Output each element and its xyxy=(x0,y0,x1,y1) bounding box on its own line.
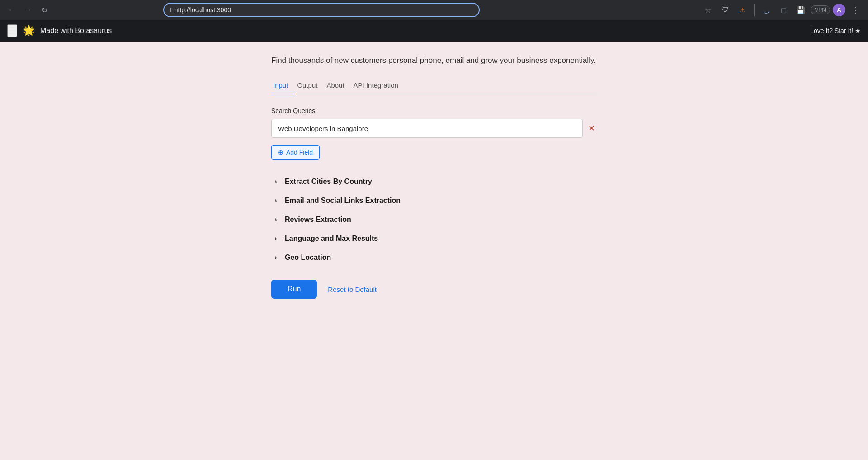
action-row: Run Reset to Default xyxy=(271,280,597,299)
chevron-email-social-icon: › xyxy=(271,197,280,205)
search-input-row: ✕ xyxy=(271,119,597,138)
accordion-title-geo-location: Geo Location xyxy=(285,253,331,262)
back-button[interactable]: ← xyxy=(5,4,18,16)
divider xyxy=(754,4,755,16)
add-field-icon: ⊕ xyxy=(278,149,283,156)
shield-button[interactable]: 🛡 xyxy=(718,3,732,17)
url-input[interactable] xyxy=(175,6,473,14)
clear-search-button[interactable]: ✕ xyxy=(586,122,597,135)
search-query-input[interactable] xyxy=(271,119,583,138)
accordion-email-social: › Email and Social Links Extraction xyxy=(271,191,597,210)
avatar-initial: A xyxy=(837,6,841,14)
run-button[interactable]: Run xyxy=(271,280,317,299)
accordion-geo-location: › Geo Location xyxy=(271,248,597,267)
vpn-label: VPN xyxy=(815,7,826,13)
app-logo: 🌟 xyxy=(23,25,35,37)
add-field-label: Add Field xyxy=(286,149,313,156)
address-bar-container: ℹ xyxy=(163,3,480,17)
chevron-geo-location-icon: › xyxy=(271,253,280,262)
accordion-language-max: › Language and Max Results xyxy=(271,229,597,248)
info-icon: ℹ xyxy=(170,7,172,14)
hamburger-menu-button[interactable]: ☰ xyxy=(7,24,17,37)
app-header-cta[interactable]: Love It? Star It! ★ xyxy=(810,27,861,34)
accordion-title-reviews: Reviews Extraction xyxy=(285,216,351,224)
accordion-header-geo-location[interactable]: › Geo Location xyxy=(271,248,597,267)
accordion-title-extract-cities: Extract Cities By Country xyxy=(285,178,372,186)
profile-avatar[interactable]: A xyxy=(833,4,845,16)
cta-text: Love It? Star It! ★ xyxy=(810,27,861,34)
add-field-button[interactable]: ⊕ Add Field xyxy=(271,145,320,160)
reset-to-default-button[interactable]: Reset to Default xyxy=(328,286,377,293)
save-button[interactable]: 💾 xyxy=(793,3,808,17)
accordion-header-reviews[interactable]: › Reviews Extraction xyxy=(271,210,597,229)
split-screen-button[interactable]: ◻ xyxy=(776,3,791,17)
chevron-extract-cities-icon: › xyxy=(271,178,280,186)
content-wrapper: Find thousands of new customers personal… xyxy=(253,56,615,299)
accordion-header-extract-cities[interactable]: › Extract Cities By Country xyxy=(271,172,597,191)
accordion-reviews: › Reviews Extraction xyxy=(271,210,597,229)
reload-button[interactable]: ↻ xyxy=(38,4,51,16)
tab-input[interactable]: Input xyxy=(271,78,295,94)
accordion-header-language-max[interactable]: › Language and Max Results xyxy=(271,229,597,248)
app-header: ☰ 🌟 Made with Botasaurus Love It? Star I… xyxy=(0,20,868,42)
warning-button[interactable]: ⚠ xyxy=(735,3,750,17)
toolbar-right-icons: ☆ 🛡 ⚠ ◡ ◻ 💾 VPN A ⋮ xyxy=(701,3,863,17)
app-title: Made with Botasaurus xyxy=(40,27,112,35)
bookmark-button[interactable]: ☆ xyxy=(701,3,715,17)
browser-toolbar: ← → ↻ ℹ ☆ 🛡 ⚠ ◡ ◻ 💾 VPN A ⋮ xyxy=(0,0,868,20)
search-queries-label: Search Queries xyxy=(271,107,597,114)
accordion-title-email-social: Email and Social Links Extraction xyxy=(285,197,401,205)
extension-puzzle-button[interactable]: ◡ xyxy=(759,3,774,17)
accordion-header-email-social[interactable]: › Email and Social Links Extraction xyxy=(271,191,597,210)
chevron-language-max-icon: › xyxy=(271,235,280,243)
accordion-title-language-max: Language and Max Results xyxy=(285,235,378,243)
app-header-left: ☰ 🌟 Made with Botasaurus xyxy=(7,24,112,37)
address-bar[interactable]: ℹ xyxy=(163,3,480,17)
chevron-reviews-icon: › xyxy=(271,216,280,224)
main-content: Find thousands of new customers personal… xyxy=(0,42,868,460)
tagline: Find thousands of new customers personal… xyxy=(271,56,597,65)
vpn-button[interactable]: VPN xyxy=(811,5,830,14)
tab-output[interactable]: Output xyxy=(295,78,325,94)
tab-about[interactable]: About xyxy=(325,78,351,94)
tabs-container: Input Output About API Integration xyxy=(271,78,597,94)
accordion-extract-cities: › Extract Cities By Country xyxy=(271,172,597,191)
forward-button[interactable]: → xyxy=(22,4,34,16)
tab-api-integration[interactable]: API Integration xyxy=(352,78,406,94)
browser-chrome: ← → ↻ ℹ ☆ 🛡 ⚠ ◡ ◻ 💾 VPN A ⋮ xyxy=(0,0,868,20)
browser-menu-button[interactable]: ⋮ xyxy=(848,3,863,17)
